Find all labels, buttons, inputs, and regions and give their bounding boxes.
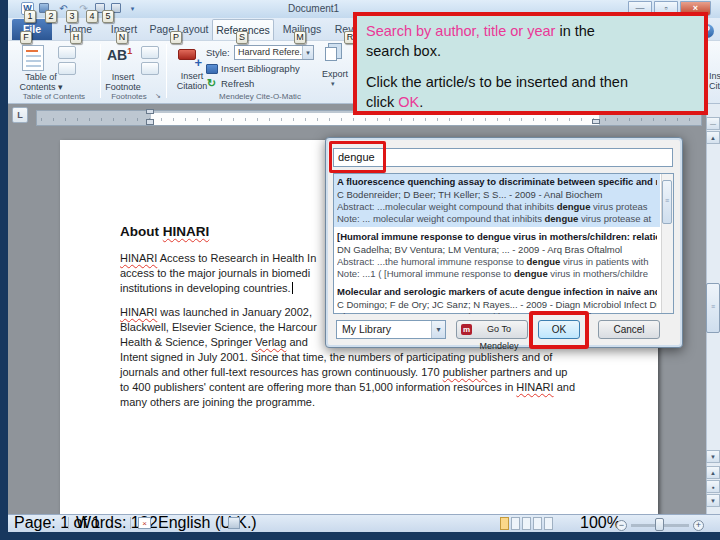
result-note[interactable]: Note: ...1 ( [Humoral immune response to…	[337, 268, 657, 280]
doc-heading: About HINARI	[120, 224, 209, 239]
insert-citation-icon[interactable]: +	[178, 45, 202, 71]
language-indicator[interactable]: English (U.K.)	[158, 514, 257, 532]
scroll-up-icon[interactable]: ▲	[706, 131, 720, 144]
doc-line: to 400 publishers' content are offering …	[120, 381, 575, 393]
callout-line-1: Search by author, title or year in these…	[366, 21, 695, 61]
keytip-mailings: M	[294, 31, 306, 44]
result-note[interactable]: Note: ... molecular weight compound that…	[337, 213, 657, 225]
cancel-button[interactable]: Cancel	[598, 320, 660, 339]
result-authors[interactable]: DN Gadelha; BV Ventura; LM Ventura; ... …	[337, 244, 657, 256]
separator	[68, 517, 69, 529]
dropdown-arrow-icon: ▾	[58, 82, 63, 92]
keytip-home: H	[70, 31, 82, 44]
keytip-qat-5: 5	[102, 10, 114, 23]
separator	[220, 517, 221, 529]
dropdown-arrow-icon: ▾	[331, 80, 335, 88]
refresh-button[interactable]: Refresh	[221, 78, 254, 89]
separator	[130, 517, 131, 529]
callout-line-2: Click the article/s to be inserted and t…	[366, 72, 695, 112]
zoom-in-button[interactable]: +	[693, 520, 704, 531]
doc-line: institutions in developing countries.	[120, 282, 293, 294]
scrollbar-thumb[interactable]: ≡	[706, 283, 720, 333]
annotation-ok-highlight	[529, 311, 589, 349]
keytip-qat-1: 1	[24, 10, 36, 23]
doc-line: many others are joining the programme.	[120, 396, 315, 408]
refresh-icon: ↻	[207, 78, 216, 89]
ruler-toggle-button[interactable]: —	[706, 117, 720, 130]
qat-dropdown-icon[interactable]: ▾	[126, 2, 139, 15]
left-indent-marker[interactable]	[146, 119, 154, 125]
result-title[interactable]: A fluorescence quenching assay to discri…	[337, 176, 657, 188]
previous-page-button[interactable]: ▲	[706, 466, 720, 479]
print-layout-view-button[interactable]	[500, 517, 509, 530]
keytip-insert: N	[116, 31, 128, 44]
spellcheck-icon[interactable]: ×	[138, 517, 151, 529]
select-browse-object-button[interactable]: ●	[706, 480, 720, 493]
add-text-icon[interactable]	[58, 46, 76, 59]
keytip-file: F	[20, 31, 32, 44]
insert-bibliography-button[interactable]: Insert Bibliography	[221, 63, 300, 74]
draft-view-button[interactable]	[544, 517, 553, 530]
instruction-callout: Search by author, title or year in these…	[353, 12, 708, 115]
export-button[interactable]: Export ▾	[316, 44, 354, 96]
keytip-qat-3: 3	[66, 10, 78, 23]
library-select[interactable]: My Library▾	[336, 320, 446, 339]
doc-line: HINARI Access to Research in Health In	[120, 252, 316, 264]
keytip-qat-2: 2	[45, 10, 57, 23]
keytip-page-layout: P	[170, 31, 182, 44]
style-label: Style:	[206, 47, 230, 58]
result-abstract[interactable]: Abstract: ...520 European travelers with…	[337, 311, 657, 314]
toc-group-label: Table of Contents	[10, 92, 98, 102]
doc-line: Health & Science, Springer Verlag and	[120, 336, 308, 348]
mendeley-logo-icon: m	[461, 324, 472, 335]
next-page-button[interactable]: ▼	[706, 494, 720, 507]
result-abstract[interactable]: Abstract: ...the humoral immune response…	[337, 256, 657, 268]
mendeley-group-label: Mendeley Cite-O-Matic	[168, 92, 352, 102]
scroll-down-icon[interactable]: ▼	[706, 450, 720, 463]
zoom-out-button[interactable]: −	[616, 520, 627, 531]
zoom-slider-thumb[interactable]	[655, 518, 664, 531]
doc-line: access to the major journals in biomedi	[120, 267, 310, 279]
result-title[interactable]: Molecular and serologic markers of acute…	[337, 286, 657, 298]
insert-endnote-icon[interactable]	[141, 46, 159, 59]
plus-icon: +	[194, 57, 202, 69]
macro-record-icon[interactable]	[228, 517, 240, 529]
slide-background: W ↶ ↷ ▾ 1 2 3 4 5 Document1 — ▫ × File H…	[0, 0, 720, 540]
annotation-search-highlight	[329, 141, 386, 173]
result-abstract[interactable]: Abstract: ...molecular weight compound t…	[337, 201, 657, 213]
table-of-contents-icon[interactable]	[22, 45, 44, 71]
citation-style-select[interactable]: Harvard Refere...▾	[234, 45, 314, 60]
group-separator	[100, 44, 101, 98]
footnotes-group-label: Footnotes	[102, 92, 156, 102]
insert-bibliography-icon	[206, 64, 218, 74]
outline-view-button[interactable]	[533, 517, 542, 530]
group-separator	[166, 44, 167, 98]
dropdown-arrow-icon: ▾	[431, 321, 445, 338]
keytip-qat-4: 4	[86, 10, 98, 23]
tab-selector-button[interactable]: L	[12, 107, 28, 123]
list-scrollbar-thumb[interactable]: ≡	[662, 180, 672, 224]
table-of-contents-button[interactable]: Table of Contents ▾	[8, 73, 74, 92]
footnotes-dialog-launcher[interactable]: ↘	[155, 92, 161, 100]
text-cursor	[292, 282, 293, 294]
result-title[interactable]: [Humoral immune response to dengue virus…	[337, 231, 657, 243]
doc-line: HINARI was launched in January 2002,	[120, 306, 312, 318]
first-line-indent-marker[interactable]	[146, 109, 154, 114]
doc-line: journals and other full-text resources h…	[120, 366, 567, 378]
window-title: Document1	[288, 3, 339, 14]
result-authors[interactable]: C Domingo; F de Ory; JC Sanz; N Rayes...…	[337, 299, 657, 311]
keytip-references: S	[236, 31, 248, 44]
insert-footnote-button[interactable]: Insert Footnote	[102, 73, 144, 92]
doc-line: Blackwell, Elsevier Science, the Harcour	[120, 321, 317, 333]
export-icon	[325, 47, 337, 61]
right-indent-marker[interactable]	[592, 119, 600, 124]
result-authors[interactable]: C Bodenreider; D Beer; TH Keller; S S...…	[337, 189, 657, 201]
web-layout-view-button[interactable]	[522, 517, 531, 530]
dropdown-arrow-icon: ▾	[302, 46, 313, 59]
zoom-level[interactable]: 100%	[580, 514, 610, 532]
citation-tag-icon	[178, 49, 196, 60]
full-screen-reading-view-button[interactable]	[511, 517, 520, 530]
go-to-mendeley-button[interactable]: mGo To Mendeley	[456, 320, 528, 339]
insert-footnote-icon[interactable]: AB1	[107, 46, 132, 63]
clipped-insert-citation-button[interactable]: Insert Citation	[709, 72, 720, 92]
